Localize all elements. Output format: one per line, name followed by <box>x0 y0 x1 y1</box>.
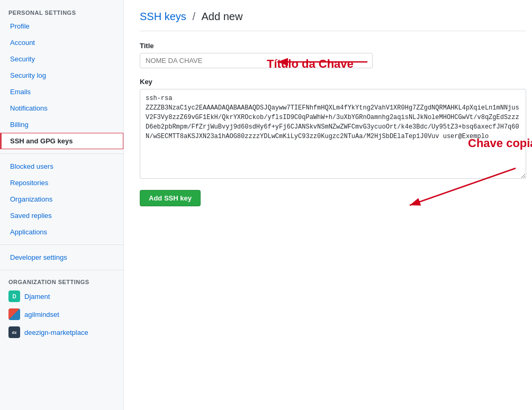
key-arrow-svg <box>378 163 532 226</box>
breadcrumb-link[interactable]: SSH keys <box>140 11 186 22</box>
title-annotation-label: Título da Chave <box>267 57 354 71</box>
sidebar-item-developer-settings[interactable]: Developer settings <box>0 249 123 266</box>
add-ssh-key-button[interactable]: Add SSH key <box>140 190 201 206</box>
sidebar-item-organizations[interactable]: Organizations <box>0 191 123 207</box>
sidebar-org-deezign[interactable]: dz deezign-marketplace <box>0 323 123 341</box>
sidebar-divider-3 <box>0 270 123 270</box>
main-content: SSH keys / Add new Title Título da Ch <box>124 0 532 410</box>
org-avatar-agilmindset <box>8 308 20 320</box>
title-form-group: Title Título da Chave <box>140 42 526 68</box>
breadcrumb-separator: / <box>192 11 198 22</box>
sidebar-org-djament[interactable]: D Djament <box>0 287 123 305</box>
sidebar-item-billing[interactable]: Billing <box>0 116 123 133</box>
sidebar-item-applications[interactable]: Applications <box>0 224 123 240</box>
key-annotation-label: Chave copiada <box>468 136 532 150</box>
breadcrumb: SSH keys / Add new <box>140 11 526 31</box>
org-label-djament: Djament <box>24 293 50 300</box>
sidebar-org-agilmindset[interactable]: agilmindset <box>0 305 123 323</box>
sidebar-item-security[interactable]: Security <box>0 51 123 67</box>
sidebar: Personal settings Profile Account Securi… <box>0 0 124 410</box>
org-label-deezign: deezign-marketplace <box>24 329 88 336</box>
key-form-group: Key ssh-rsa ZZZZB3NzaC1yc2EAAAADAQABAABA… <box>140 78 526 180</box>
sidebar-divider-2 <box>0 244 123 245</box>
org-avatar-djament: D <box>8 290 20 302</box>
sidebar-item-repositories[interactable]: Repositories <box>0 175 123 191</box>
key-label: Key <box>140 78 526 86</box>
sidebar-item-blocked-users[interactable]: Blocked users <box>0 158 123 175</box>
sidebar-divider-1 <box>0 153 123 154</box>
sidebar-item-ssh-gpg[interactable]: SSH and GPG keys <box>0 133 123 149</box>
personal-settings-header: Personal settings <box>0 5 123 18</box>
sidebar-item-notifications[interactable]: Notifications <box>0 100 123 116</box>
sidebar-item-emails[interactable]: Emails <box>0 84 123 100</box>
breadcrumb-current: Add new <box>202 11 243 22</box>
sidebar-item-account[interactable]: Account <box>0 34 123 51</box>
sidebar-item-saved-replies[interactable]: Saved replies <box>0 207 123 224</box>
org-settings-header: Organization settings <box>0 275 123 287</box>
title-input-wrapper: Título da Chave <box>140 53 373 68</box>
org-label-agilmindset: agilmindset <box>24 311 59 318</box>
svg-line-3 <box>410 168 516 205</box>
key-textarea-wrapper: ssh-rsa ZZZZB3NzaC1yc2EAAAADAQABAABAQDSJ… <box>140 89 526 180</box>
sidebar-item-security-log[interactable]: Security log <box>0 67 123 84</box>
org-avatar-deezign: dz <box>8 326 20 338</box>
sidebar-item-profile[interactable]: Profile <box>0 18 123 34</box>
